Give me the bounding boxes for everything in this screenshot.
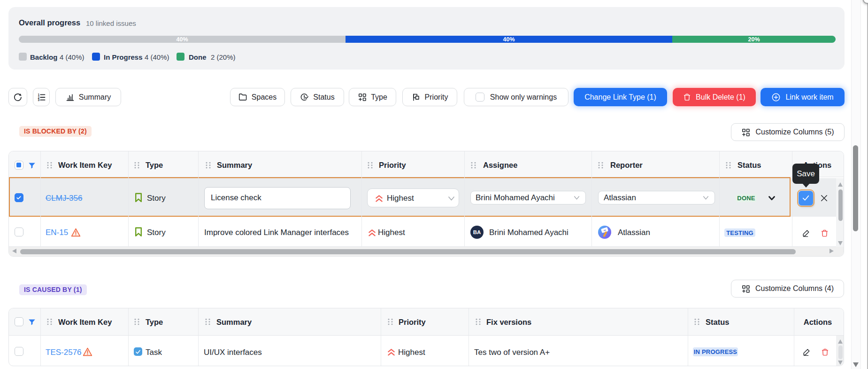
svg-text:3: 3 — [38, 98, 40, 102]
